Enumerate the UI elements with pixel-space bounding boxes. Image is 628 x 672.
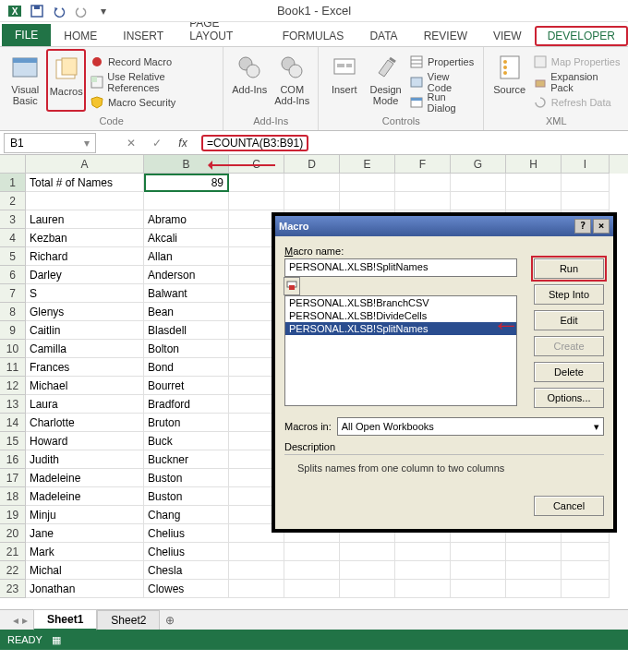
row-header[interactable]: 16: [0, 450, 26, 469]
row-header[interactable]: 21: [0, 543, 26, 561]
redo-button[interactable]: [72, 2, 91, 20]
cell[interactable]: [451, 561, 506, 580]
cell[interactable]: Buston: [144, 487, 229, 506]
cell[interactable]: [451, 174, 506, 192]
cell[interactable]: [229, 561, 284, 580]
macros-in-select[interactable]: All Open Workbooks ▾: [337, 417, 604, 436]
cancel-button[interactable]: Cancel: [534, 496, 604, 516]
cell[interactable]: Kezban: [26, 229, 144, 247]
macro-list-item[interactable]: PERSONAL.XLSB!BranchCSV: [285, 296, 516, 309]
row-header[interactable]: 8: [0, 303, 26, 321]
macro-name-refedit-icon[interactable]: [284, 277, 300, 295]
row-header[interactable]: 15: [0, 432, 26, 450]
delete-button[interactable]: Delete: [534, 362, 604, 382]
expansion-packs-button[interactable]: Expansion Pack: [531, 73, 622, 91]
tab-developer[interactable]: DEVELOPER: [535, 26, 628, 46]
cell[interactable]: Jane: [26, 524, 144, 543]
row-header[interactable]: 13: [0, 395, 26, 414]
cell[interactable]: [506, 192, 562, 210]
cell[interactable]: Madeleine: [26, 469, 144, 487]
cell[interactable]: Charlotte: [26, 414, 144, 432]
col-header-H[interactable]: H: [506, 155, 562, 174]
cell[interactable]: [340, 580, 395, 598]
cell[interactable]: [229, 580, 284, 598]
cell[interactable]: Caitlin: [26, 321, 144, 340]
save-button[interactable]: [28, 2, 46, 20]
cell[interactable]: [562, 192, 610, 210]
tab-view[interactable]: VIEW: [480, 26, 535, 46]
cell[interactable]: [562, 580, 610, 598]
properties-button[interactable]: Properties: [407, 53, 477, 71]
name-box[interactable]: B1 ▾: [4, 133, 96, 153]
cell[interactable]: Chelius: [144, 543, 229, 561]
cell[interactable]: [229, 543, 284, 561]
cell[interactable]: [395, 543, 451, 561]
view-code-button[interactable]: View Code: [407, 73, 477, 91]
cell[interactable]: Akcali: [144, 229, 229, 247]
cell[interactable]: Buck: [144, 432, 229, 450]
cell[interactable]: [395, 580, 451, 598]
cell[interactable]: [506, 174, 562, 192]
tab-home[interactable]: HOME: [51, 26, 110, 46]
row-header[interactable]: 12: [0, 377, 26, 395]
insert-control-button[interactable]: Insert: [324, 49, 364, 112]
macro-name-input[interactable]: PERSONAL.XLSB!SplitNames: [284, 258, 517, 277]
cell[interactable]: Howard: [26, 432, 144, 450]
active-cell[interactable]: 89: [144, 174, 229, 192]
row-header[interactable]: 3: [0, 210, 26, 229]
cell[interactable]: Bean: [144, 303, 229, 321]
sheet-nav-next-icon[interactable]: ▸: [22, 614, 28, 627]
row-header[interactable]: 4: [0, 229, 26, 247]
cell[interactable]: [144, 192, 229, 210]
cell[interactable]: [395, 192, 451, 210]
cell[interactable]: Judith: [26, 450, 144, 469]
confirm-input-icon[interactable]: ✓: [144, 133, 170, 153]
cell[interactable]: [284, 561, 340, 580]
col-header-F[interactable]: F: [395, 155, 451, 174]
tab-insert[interactable]: INSERT: [110, 26, 176, 46]
com-addins-button[interactable]: COM Add-Ins: [272, 49, 312, 112]
col-header-G[interactable]: G: [451, 155, 506, 174]
tab-review[interactable]: REVIEW: [411, 26, 480, 46]
addins-button[interactable]: Add-Ins: [229, 49, 270, 112]
cell[interactable]: Richard: [26, 247, 144, 266]
options-button[interactable]: Options...: [534, 388, 604, 408]
map-properties-button[interactable]: Map Properties: [531, 53, 622, 71]
cell[interactable]: Chelius: [144, 524, 229, 543]
sheet-tab-sheet1[interactable]: Sheet1: [33, 609, 97, 630]
cell[interactable]: Allan: [144, 247, 229, 266]
cell[interactable]: [562, 561, 610, 580]
formula-input[interactable]: =COUNTA(B3:B91): [196, 133, 628, 153]
relative-refs-button[interactable]: Use Relative References: [88, 73, 217, 91]
row-header[interactable]: 1: [0, 174, 26, 192]
qat-customize-icon[interactable]: ▾: [94, 2, 113, 20]
cell[interactable]: [340, 561, 395, 580]
macros-button[interactable]: Macros: [46, 49, 86, 112]
row-header[interactable]: 7: [0, 284, 26, 303]
cell[interactable]: Madeleine: [26, 487, 144, 506]
cell[interactable]: Buston: [144, 469, 229, 487]
cancel-input-icon[interactable]: ✕: [118, 133, 144, 153]
macro-list-item[interactable]: PERSONAL.XLSB!DivideCells: [285, 309, 516, 322]
cell[interactable]: [284, 580, 340, 598]
row-header[interactable]: 19: [0, 506, 26, 524]
cell[interactable]: Balwant: [144, 284, 229, 303]
fx-icon[interactable]: fx: [170, 133, 196, 153]
step-into-button[interactable]: Step Into: [534, 284, 604, 305]
run-button[interactable]: Run: [534, 258, 604, 279]
row-header[interactable]: 9: [0, 321, 26, 340]
row-header[interactable]: 10: [0, 340, 26, 358]
dialog-close-button[interactable]: ×: [593, 219, 610, 234]
cell[interactable]: [451, 543, 506, 561]
macro-list[interactable]: PERSONAL.XLSB!BranchCSV PERSONAL.XLSB!Di…: [284, 295, 517, 406]
refresh-data-button[interactable]: Refresh Data: [531, 93, 622, 112]
cell[interactable]: [284, 174, 340, 192]
cell[interactable]: [26, 192, 144, 210]
cell[interactable]: [284, 543, 340, 561]
cell[interactable]: Bolton: [144, 340, 229, 358]
macro-record-status-icon[interactable]: ▦: [52, 634, 61, 646]
record-macro-button[interactable]: Record Macro: [88, 53, 217, 71]
cell[interactable]: Anderson: [144, 266, 229, 284]
cell[interactable]: Bradford: [144, 395, 229, 414]
cell[interactable]: Bruton: [144, 414, 229, 432]
